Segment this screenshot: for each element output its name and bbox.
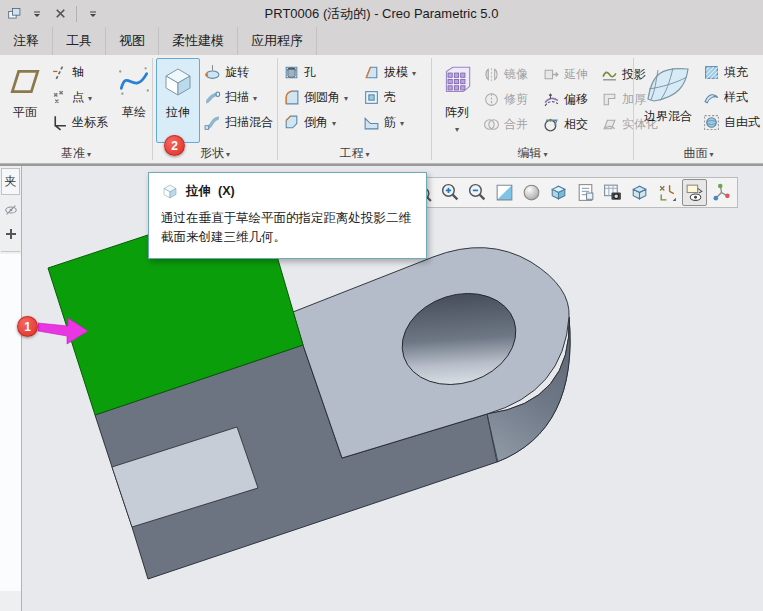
datum-group-label-text: 基准 (61, 145, 85, 162)
callout-badge-1: 1 (17, 316, 38, 337)
offset-button[interactable]: 偏移 (541, 90, 599, 110)
draft-button[interactable]: 拔模 (361, 62, 425, 82)
plane-button[interactable]: 平面 (3, 58, 47, 143)
view-manager-button[interactable] (573, 179, 598, 206)
pattern-label: 阵列 (445, 104, 469, 121)
revolve-icon (204, 64, 221, 81)
extrude-button[interactable]: 拉伸 (156, 58, 200, 143)
title-bar: PRT0006 (活动的) - Creo Parametric 5.0 (0, 0, 763, 27)
view-manager-icon (575, 182, 596, 203)
navigator-panel-edge (0, 254, 21, 591)
sketch-label: 草绘 (122, 104, 146, 121)
style-button[interactable]: 样式 (701, 87, 759, 107)
fill-button[interactable]: 填充 (701, 62, 759, 82)
folder-browser-tab[interactable]: 夹 (1, 168, 20, 195)
point-button[interactable]: 点 (49, 87, 110, 107)
hole-button[interactable]: 孔 (281, 62, 359, 82)
zoom-out-button[interactable] (464, 179, 489, 206)
tooltip-title: 拉伸 (186, 183, 211, 200)
extrude-icon (161, 182, 179, 200)
annotation-display-icon (684, 182, 705, 203)
sweep-button[interactable]: 扫描 (202, 87, 275, 107)
folder-tab-label: 夹 (5, 173, 17, 190)
revolve-button[interactable]: 旋转 (202, 62, 275, 82)
merge-button[interactable]: 合并 (481, 115, 541, 135)
tab-view-label: 视图 (119, 32, 145, 50)
datum-display-button[interactable] (655, 179, 680, 206)
axis-label: 轴 (72, 64, 84, 81)
window-button[interactable] (4, 4, 24, 24)
rib-label: 筋 (384, 114, 396, 131)
fill-icon (703, 64, 720, 81)
extend-button[interactable]: 延伸 (541, 65, 599, 85)
zoom-in-button[interactable] (437, 179, 462, 206)
caret-down-icon (88, 9, 98, 19)
hide-items-icon (4, 203, 18, 217)
tab-tools[interactable]: 工具 (53, 27, 106, 55)
display-style-button[interactable] (627, 179, 652, 206)
editing-group-label[interactable]: 编辑 (432, 143, 633, 163)
tab-annotate-label: 注释 (13, 32, 39, 50)
round-icon (283, 89, 300, 106)
tab-tools-label: 工具 (66, 32, 92, 50)
tab-view[interactable]: 视图 (106, 27, 159, 55)
add-icon (4, 227, 18, 241)
fill-label: 填充 (724, 64, 748, 81)
caret-down-icon (32, 9, 42, 19)
spin-center-button[interactable] (709, 179, 734, 206)
round-button[interactable]: 倒圆角 (281, 87, 359, 107)
quick-access-toolbar (4, 2, 103, 25)
pattern-button[interactable]: 阵列 (435, 58, 479, 143)
tab-flexible-modeling-label: 柔性建模 (172, 32, 224, 50)
saved-views-button[interactable] (546, 179, 571, 206)
qat-separator (76, 6, 77, 22)
caret-down-icon (226, 146, 230, 160)
datum-group-label[interactable]: 基准 (0, 143, 152, 163)
window-icon (7, 6, 22, 21)
intersect-label: 相交 (564, 116, 588, 133)
chamfer-label: 倒角 (304, 114, 328, 131)
thicken-icon (601, 91, 618, 108)
caret-down-icon (332, 115, 336, 129)
add-button[interactable] (2, 225, 20, 243)
engineering-group-label[interactable]: 工程 (278, 143, 431, 163)
rib-icon (363, 114, 380, 131)
shell-button[interactable]: 壳 (361, 87, 425, 107)
group-editing: 阵列 镜像 延伸 投影 修剪 (432, 55, 633, 163)
intersect-button[interactable]: 相交 (541, 115, 599, 135)
swept-blend-button[interactable]: 扫描混合 (202, 112, 275, 132)
close-window-button[interactable] (50, 4, 70, 24)
window-menu-caret[interactable] (27, 4, 47, 24)
tab-annotate[interactable]: 注释 (0, 27, 53, 55)
trim-button[interactable]: 修剪 (481, 90, 541, 110)
datum-display-icon (657, 182, 678, 203)
rib-button[interactable]: 筋 (361, 112, 425, 132)
boundary-blend-label: 边界混合 (644, 108, 692, 125)
boundary-blend-button[interactable]: 边界混合 (637, 58, 699, 143)
sketch-button[interactable]: 草绘 (112, 58, 156, 143)
sketch-icon (115, 61, 153, 101)
window-title: PRT0006 (活动的) - Creo Parametric 5.0 (100, 0, 663, 27)
zoom-out-icon (466, 182, 487, 203)
mirror-button[interactable]: 镜像 (481, 65, 541, 85)
extend-icon (543, 66, 560, 83)
hide-items-button[interactable] (2, 201, 20, 219)
freestyle-button[interactable]: 自由式 (701, 112, 759, 132)
annotation-display-button[interactable] (682, 179, 707, 206)
tab-applications[interactable]: 应用程序 (238, 27, 317, 55)
chamfer-button[interactable]: 倒角 (281, 112, 359, 132)
surfaces-group-label[interactable]: 曲面 (634, 143, 763, 163)
capture-button[interactable] (600, 179, 625, 206)
spin-center-icon (711, 182, 732, 203)
axis-button[interactable]: 轴 (49, 62, 110, 82)
project-icon (601, 66, 618, 83)
csys-button[interactable]: 坐标系 (49, 112, 110, 132)
sweep-icon (204, 89, 221, 106)
repaint-button[interactable] (492, 179, 517, 206)
draft-label: 拔模 (384, 64, 408, 81)
round-label: 倒圆角 (304, 89, 340, 106)
shading-style-button[interactable] (519, 179, 544, 206)
tab-flexible-modeling[interactable]: 柔性建模 (159, 27, 238, 55)
repaint-icon (494, 182, 515, 203)
shading-icon (521, 182, 542, 203)
